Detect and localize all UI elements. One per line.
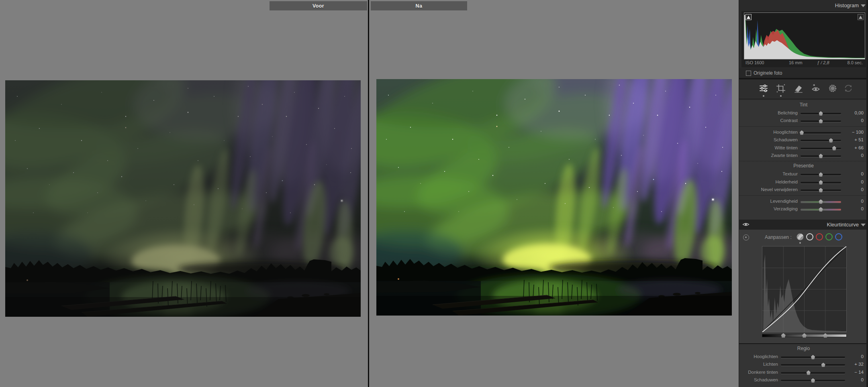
slider-value[interactable]: 0,00: [838, 110, 864, 115]
slider-label: Schaduwen: [739, 377, 778, 382]
slider-thumb[interactable]: [819, 119, 823, 123]
channel-point-curve-icon[interactable]: [797, 233, 804, 240]
channel-white-button[interactable]: [806, 233, 813, 240]
midtone-split-handle[interactable]: [802, 333, 807, 338]
slider-row: Witte tinten + 66: [739, 144, 868, 152]
slider-thumb[interactable]: [819, 188, 823, 192]
aperture-value: ƒ / 2,8: [817, 60, 829, 65]
collapse-triangle-icon[interactable]: [861, 224, 866, 226]
slider-row: Verzadiging 0: [739, 205, 868, 213]
slider-thumb[interactable]: [811, 355, 815, 359]
before-photo[interactable]: [5, 80, 361, 317]
slider-thumb[interactable]: [819, 180, 823, 185]
highlight-split-handle[interactable]: [823, 333, 828, 338]
slider-track[interactable]: [781, 372, 845, 374]
slider-value[interactable]: + 66: [838, 145, 864, 150]
slider-row: Helderheid 0: [739, 178, 868, 186]
slider-track[interactable]: [801, 189, 841, 191]
slider-thumb[interactable]: [821, 363, 825, 367]
edit-sliders-tool-button[interactable]: [758, 83, 769, 94]
slider-track[interactable]: [801, 113, 841, 114]
slider-value[interactable]: 0: [838, 153, 864, 158]
slider-value[interactable]: 0: [838, 171, 864, 176]
channel-green-button[interactable]: [825, 233, 833, 240]
slider-thumb[interactable]: [819, 154, 823, 158]
separator: [739, 196, 868, 196]
slider-row: Hooglichten − 100: [739, 128, 868, 136]
sync-tool-button[interactable]: [843, 83, 854, 94]
after-photo[interactable]: [376, 79, 732, 316]
tone-curve-header[interactable]: Kleurtintcurve: [739, 220, 868, 230]
slider-value[interactable]: 0: [838, 377, 864, 382]
panel-scroll-edge[interactable]: [866, 0, 868, 387]
region-title: Regio: [739, 346, 868, 353]
crop-tool-button[interactable]: [776, 83, 786, 94]
slider-label: Belichting: [739, 110, 798, 115]
slider-track[interactable]: [781, 356, 845, 358]
exposure-slider-group: Belichting 0,00 Contrast 0: [739, 109, 868, 125]
slider-thumb[interactable]: [832, 146, 836, 151]
tone-curve-graph[interactable]: [762, 246, 847, 332]
slider-track[interactable]: [801, 140, 841, 141]
adjust-label: Aanpassen :: [765, 234, 792, 240]
slider-row: Levendigheid 0: [739, 198, 868, 205]
spot-removal-tool-button[interactable]: [793, 83, 804, 94]
slider-value[interactable]: − 14: [838, 370, 864, 375]
slider-value[interactable]: 0: [838, 118, 864, 123]
slider-label: Levendigheid: [739, 199, 798, 204]
slider-value[interactable]: − 100: [838, 130, 864, 134]
slider-value[interactable]: 0: [838, 199, 864, 204]
slider-thumb[interactable]: [829, 138, 833, 143]
shadow-split-handle[interactable]: [781, 333, 786, 338]
target-adjustment-icon[interactable]: [743, 234, 749, 240]
tone-slider-group: Hooglichten − 100 Schaduwen + 51 Witte t…: [739, 128, 868, 160]
slider-row: Hooglichten 0: [739, 353, 868, 361]
slider-row: Belichting 0,00: [739, 109, 868, 117]
separator: [739, 161, 868, 162]
slider-row: Donkere tinten − 14: [739, 369, 868, 376]
slider-value[interactable]: 0: [838, 354, 864, 359]
region-panel: Regio Hooglichten 0 Lichten + 32 Donkere…: [739, 344, 868, 387]
collapse-triangle-icon[interactable]: [861, 4, 866, 7]
slider-thumb[interactable]: [811, 378, 815, 383]
slider-track[interactable]: [801, 132, 841, 134]
slider-value[interactable]: 0: [838, 187, 864, 192]
slider-value[interactable]: + 51: [838, 137, 864, 142]
slider-thumb[interactable]: [819, 172, 823, 177]
channel-red-button[interactable]: [816, 233, 823, 240]
histogram-graph[interactable]: [744, 12, 865, 59]
channel-blue-button[interactable]: [835, 233, 842, 240]
original-photo-checkbox[interactable]: [746, 71, 751, 76]
slider-value[interactable]: + 32: [838, 362, 864, 367]
slider-label: Contrast: [739, 118, 798, 123]
red-eye-tool-button[interactable]: [811, 83, 821, 94]
highlight-clipping-indicator[interactable]: [858, 14, 864, 20]
slider-label: Hooglichten: [739, 354, 778, 359]
presence-panel-title: Presentie: [739, 163, 868, 170]
slider-row: Schaduwen + 51: [739, 136, 868, 144]
histogram-header[interactable]: Histogram: [739, 0, 868, 11]
slider-track[interactable]: [781, 364, 845, 366]
shadow-clipping-indicator[interactable]: [745, 14, 752, 20]
slider-track[interactable]: [801, 201, 841, 203]
slider-thumb[interactable]: [819, 207, 823, 212]
slider-label: Zwarte tinten: [739, 153, 798, 158]
slider-track[interactable]: [781, 380, 845, 381]
masking-tool-button[interactable]: [827, 83, 838, 94]
slider-label: Textuur: [739, 171, 798, 176]
slider-track[interactable]: [801, 155, 841, 157]
slider-track[interactable]: [801, 209, 841, 210]
slider-thumb[interactable]: [806, 371, 811, 375]
slider-track[interactable]: [801, 174, 841, 175]
slider-track[interactable]: [801, 120, 841, 122]
slider-value[interactable]: 0: [838, 206, 864, 211]
panel-toggle-eye-icon[interactable]: [742, 222, 750, 227]
slider-label: Donkere tinten: [739, 370, 778, 375]
slider-thumb[interactable]: [819, 111, 823, 116]
slider-thumb[interactable]: [800, 130, 804, 135]
slider-track[interactable]: [801, 148, 841, 149]
slider-track[interactable]: [801, 182, 841, 183]
original-photo-row: Originele foto: [739, 68, 868, 78]
slider-thumb[interactable]: [819, 200, 823, 204]
slider-value[interactable]: 0: [838, 179, 864, 184]
